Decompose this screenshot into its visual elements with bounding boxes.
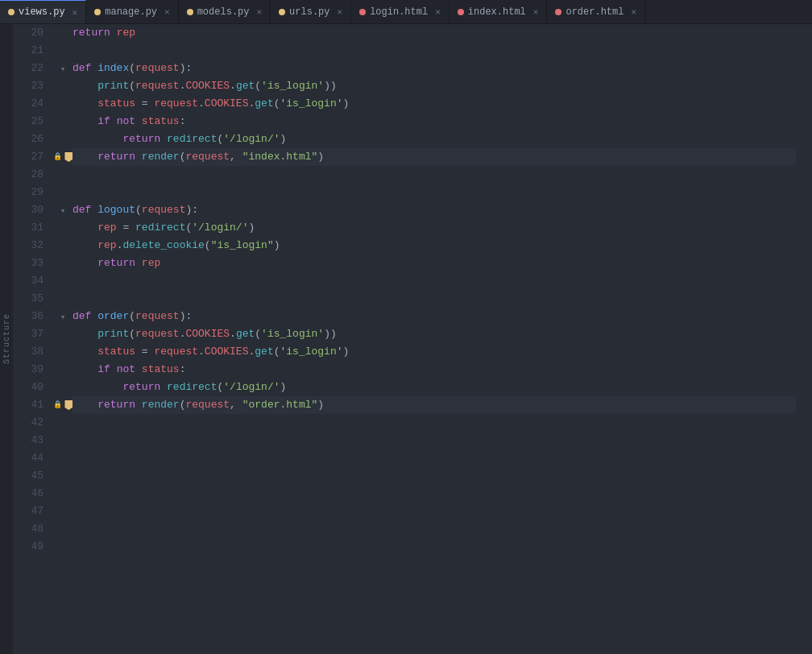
tab-icon-order-html — [555, 9, 561, 15]
code-line-28 — [72, 166, 796, 184]
line-num-20: 20 — [13, 24, 47, 42]
line-num-35: 35 — [13, 290, 47, 308]
code-line-39: if not status: — [72, 361, 796, 379]
code-line-45 — [72, 467, 796, 485]
gutter-empty-45 — [53, 467, 72, 485]
code-line-38: status = request.COOKIES.get('is_login') — [72, 343, 796, 361]
lock-icon-41: 🔒 — [53, 400, 62, 410]
code-line-46 — [72, 485, 796, 503]
tab-close-index-html[interactable]: ✕ — [533, 6, 539, 17]
tab-close-login-html[interactable]: ✕ — [435, 6, 441, 17]
gutter-empty-20 — [53, 24, 72, 42]
code-line-34 — [72, 272, 796, 290]
gutter-empty-39 — [53, 361, 72, 379]
line-num-40: 40 — [13, 379, 47, 396]
code-line-27: return render(request, "index.html") — [72, 148, 796, 166]
code-line-26: return redirect('/login/') — [72, 130, 796, 148]
gutter-empty-37 — [53, 325, 72, 343]
code-line-44 — [72, 449, 796, 467]
gutter-empty-25 — [53, 113, 72, 130]
line-num-21: 21 — [13, 42, 47, 60]
gutter-fold-30: ▾ — [53, 201, 72, 219]
gutter-empty-28 — [53, 166, 72, 184]
line-num-31: 31 — [13, 219, 47, 237]
structure-panel: Structure — [0, 24, 13, 654]
gutter: ▾🔒▾▾🔒 — [53, 24, 72, 654]
gutter-empty-48 — [53, 520, 72, 538]
tab-close-views-py[interactable]: ✕ — [72, 7, 78, 18]
code-line-22: def index(request): — [72, 60, 796, 77]
code-line-49 — [72, 538, 796, 556]
gutter-empty-21 — [53, 42, 72, 60]
code-area[interactable]: 2021222324252627282930313233343536373839… — [13, 24, 812, 654]
line-num-22: 22 — [13, 60, 47, 77]
code-lines[interactable]: return rep def index(request): print(req… — [72, 24, 812, 654]
line-num-32: 32 — [13, 237, 47, 255]
line-num-29: 29 — [13, 184, 47, 201]
code-line-40: return redirect('/login/') — [72, 379, 796, 396]
code-line-25: if not status: — [72, 113, 796, 130]
gutter-empty-43 — [53, 432, 72, 449]
line-num-36: 36 — [13, 308, 47, 325]
gutter-empty-24 — [53, 95, 72, 113]
bookmark-icon-27 — [64, 152, 72, 162]
tab-manage-py[interactable]: manage.py ✕ — [86, 0, 178, 23]
gutter-empty-46 — [53, 485, 72, 503]
fold-arrow-30[interactable]: ▾ — [60, 205, 66, 216]
tab-views-py[interactable]: views.py ✕ — [0, 0, 86, 23]
gutter-empty-44 — [53, 449, 72, 467]
structure-label: Structure — [2, 313, 11, 364]
gutter-empty-32 — [53, 237, 72, 255]
tab-close-order-html[interactable]: ✕ — [631, 6, 636, 17]
tab-label-urls-py: urls.py — [289, 6, 329, 18]
fold-arrow-36[interactable]: ▾ — [60, 312, 66, 322]
fold-arrow-22[interactable]: ▾ — [60, 64, 66, 74]
line-num-30: 30 — [13, 201, 47, 219]
tab-close-urls-py[interactable]: ✕ — [338, 6, 343, 17]
tab-order-html[interactable]: order.html ✕ — [547, 0, 645, 23]
gutter-empty-47 — [53, 503, 72, 520]
line-num-34: 34 — [13, 272, 47, 290]
tab-label-index-html: index.html — [468, 6, 526, 18]
tab-icon-views-py — [8, 9, 14, 15]
tab-close-models-py[interactable]: ✕ — [256, 6, 262, 17]
code-line-29 — [72, 184, 796, 201]
tab-label-manage-py: manage.py — [105, 6, 157, 18]
line-num-43: 43 — [13, 432, 47, 449]
line-num-48: 48 — [13, 520, 47, 538]
tab-urls-py[interactable]: urls.py ✕ — [271, 0, 351, 23]
gutter-empty-38 — [53, 343, 72, 361]
gutter-empty-40 — [53, 379, 72, 396]
gutter-fold-22: ▾ — [53, 60, 72, 77]
code-line-48 — [72, 520, 796, 538]
line-num-44: 44 — [13, 449, 47, 467]
line-num-25: 25 — [13, 113, 47, 130]
gutter-empty-42 — [53, 414, 72, 432]
gutter-empty-31 — [53, 219, 72, 237]
line-num-27: 27 — [13, 148, 47, 166]
code-line-37: print(request.COOKIES.get('is_login')) — [72, 325, 796, 343]
tab-login-html[interactable]: login.html ✕ — [351, 0, 450, 23]
tab-index-html[interactable]: index.html ✕ — [450, 0, 548, 23]
code-line-20: return rep — [72, 24, 796, 42]
gutter-empty-29 — [53, 184, 72, 201]
code-line-24: status = request.COOKIES.get('is_login') — [72, 95, 796, 113]
tab-close-manage-py[interactable]: ✕ — [164, 6, 170, 17]
tab-label-login-html: login.html — [370, 6, 428, 18]
lock-icon-27: 🔒 — [53, 152, 62, 162]
tab-models-py[interactable]: models.py ✕ — [179, 0, 271, 23]
editor-area: Structure 202122232425262728293031323334… — [0, 24, 812, 654]
code-line-36: def order(request): — [72, 308, 796, 325]
line-num-37: 37 — [13, 325, 47, 343]
code-line-33: return rep — [72, 255, 796, 272]
gutter-fold-36: ▾ — [53, 308, 72, 325]
code-line-23: print(request.COOKIES.get('is_login')) — [72, 77, 796, 95]
code-line-31: rep = redirect('/login/') — [72, 219, 796, 237]
tab-icon-manage-py — [94, 9, 101, 15]
tab-bar: views.py ✕ manage.py ✕ models.py ✕ urls.… — [0, 0, 812, 24]
code-line-21 — [72, 42, 796, 60]
line-num-45: 45 — [13, 467, 47, 485]
tab-icon-urls-py — [279, 9, 285, 15]
code-line-32: rep.delete_cookie("is_login") — [72, 237, 796, 255]
bookmark-icon-41 — [64, 400, 72, 410]
